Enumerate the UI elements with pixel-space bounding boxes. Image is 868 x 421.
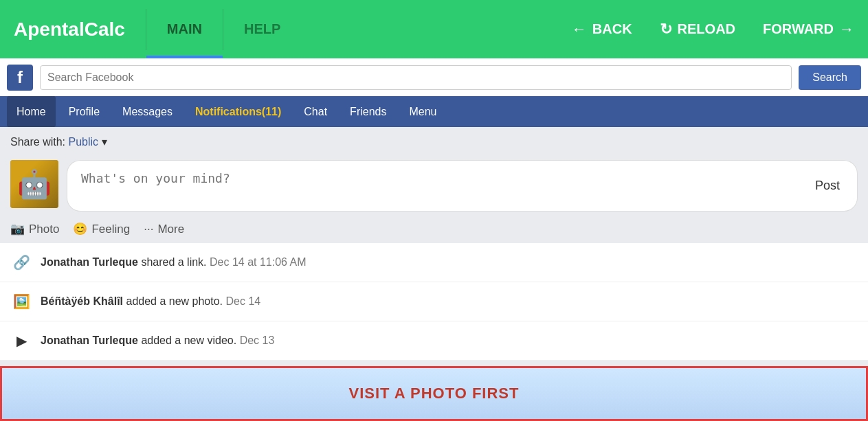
back-icon: ←: [572, 21, 587, 38]
fb-nav-profile[interactable]: Profile: [59, 96, 109, 127]
feed-time-1: Dec 14 at 11:06 AM: [210, 256, 307, 268]
facebook-content: f Search Home Profile Messages Notificat…: [0, 58, 868, 421]
fb-nav-friends[interactable]: Friends: [340, 96, 396, 127]
post-area: Post: [0, 157, 868, 218]
photo-label: Photo: [29, 223, 59, 236]
feed-author-1[interactable]: Jonathan Turleque: [41, 256, 138, 268]
feed-item-2: 🖼️ Béñtàÿéb Khâlîl added a new photo. De…: [0, 282, 868, 321]
top-bar: ApentalCalc MAIN HELP ← BACK ↻ RELOAD FO…: [0, 0, 868, 58]
feed-author-3[interactable]: Jonathan Turleque: [41, 334, 138, 346]
reload-label: RELOAD: [678, 21, 735, 37]
forward-button[interactable]: FORWARD →: [763, 21, 854, 38]
nav-right: ← BACK ↻ RELOAD FORWARD →: [572, 21, 854, 38]
feed-time-3: Dec 13: [240, 334, 275, 346]
feeling-action[interactable]: 😊 Feeling: [73, 222, 130, 236]
user-avatar: [10, 160, 58, 208]
more-action[interactable]: ··· More: [144, 223, 184, 236]
post-input[interactable]: [67, 160, 798, 212]
feed-section: 🔗 Jonathan Turleque shared a link. Dec 1…: [0, 243, 868, 361]
share-with: Share with: Public ▾: [0, 127, 868, 157]
fb-nav-messages[interactable]: Messages: [113, 96, 182, 127]
share-public-dropdown[interactable]: Public: [69, 136, 99, 148]
app-title: ApentalCalc: [14, 19, 125, 41]
feed-icon-2: 🖼️: [10, 291, 32, 312]
fb-nav-home[interactable]: Home: [7, 96, 56, 127]
feeling-icon: 😊: [73, 222, 87, 236]
facebook-logo: f: [7, 65, 33, 91]
reload-icon: ↻: [660, 21, 672, 38]
fb-nav: Home Profile Messages Notifications(11) …: [0, 96, 868, 127]
fb-nav-menu[interactable]: Menu: [399, 96, 446, 127]
post-button[interactable]: Post: [798, 160, 858, 212]
fb-nav-chat[interactable]: Chat: [294, 96, 337, 127]
feed-item-1: 🔗 Jonathan Turleque shared a link. Dec 1…: [0, 243, 868, 282]
search-input[interactable]: [40, 65, 792, 90]
feed-text-3: Jonathan Turleque added a new video. Dec…: [41, 334, 274, 347]
feed-item-3: ▶ Jonathan Turleque added a new video. D…: [0, 321, 868, 361]
back-button[interactable]: ← BACK: [572, 21, 632, 38]
forward-label: FORWARD: [763, 21, 834, 37]
photo-action[interactable]: 📷 Photo: [10, 222, 59, 236]
more-icon: ···: [144, 223, 153, 236]
back-label: BACK: [592, 21, 632, 37]
more-label: More: [157, 223, 184, 236]
reload-button[interactable]: ↻ RELOAD: [660, 21, 735, 38]
tab-help[interactable]: HELP: [223, 0, 301, 58]
feeling-label: Feeling: [91, 223, 130, 236]
forward-icon: →: [839, 21, 854, 38]
feed-icon-1: 🔗: [10, 251, 32, 273]
feed-author-2[interactable]: Béñtàÿéb Khâlîl: [41, 295, 123, 307]
bottom-banner[interactable]: VISIT A PHOTO FIRST: [0, 366, 868, 421]
tab-main[interactable]: MAIN: [146, 0, 223, 58]
post-input-wrap: Post: [67, 160, 858, 212]
nav-tabs: MAIN HELP: [146, 0, 301, 58]
share-dropdown-icon[interactable]: ▾: [102, 136, 107, 148]
feed-action-2: added a new photo.: [126, 295, 223, 307]
fb-nav-notifications[interactable]: Notifications(11): [186, 96, 291, 127]
feed-action-3: added a new video.: [141, 334, 236, 346]
search-button[interactable]: Search: [799, 65, 861, 90]
search-bar: f Search: [0, 58, 868, 96]
actions-row: 📷 Photo 😊 Feeling ··· More: [0, 218, 868, 243]
feed-text-2: Béñtàÿéb Khâlîl added a new photo. Dec 1…: [41, 295, 260, 308]
avatar-image: [10, 160, 58, 208]
feed-text-1: Jonathan Turleque shared a link. Dec 14 …: [41, 256, 307, 269]
feed-icon-3: ▶: [10, 330, 32, 352]
photo-icon: 📷: [10, 222, 25, 236]
feed-time-2: Dec 14: [226, 295, 261, 307]
feed-action-1: shared a link.: [141, 256, 206, 268]
banner-text: VISIT A PHOTO FIRST: [349, 385, 520, 402]
